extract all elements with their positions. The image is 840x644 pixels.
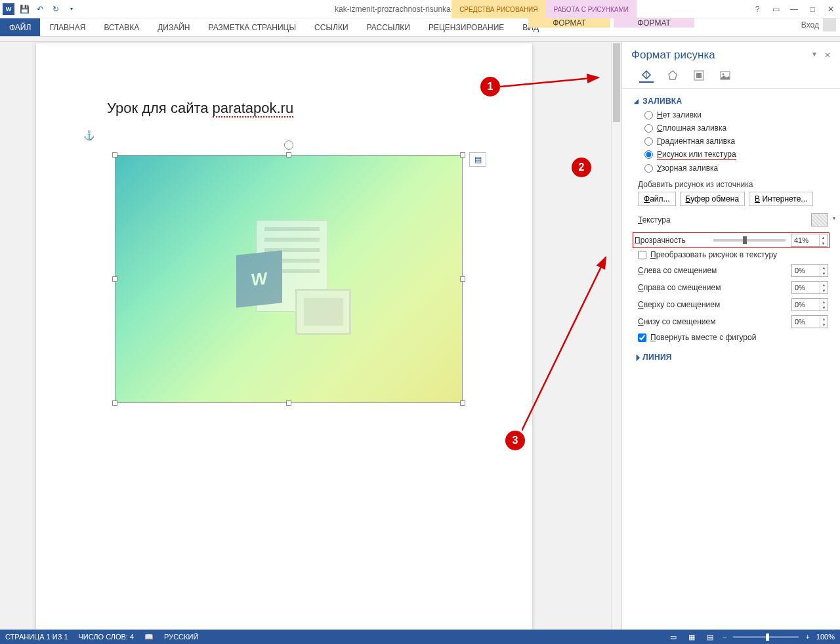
source-buttons: Файл... Буфер обмена В Интернете...	[634, 192, 828, 211]
word-app-icon[interactable]: W	[3, 3, 14, 15]
contextual-tab-drawing: СРЕДСТВА РИСОВАНИЯ	[452, 0, 545, 18]
tab-format-picture[interactable]: ФОРМАТ	[614, 18, 694, 28]
texture-label: Текстура	[638, 215, 811, 225]
offset-right-spinner[interactable]: 0%▲▼	[791, 281, 828, 294]
minimize-icon[interactable]: —	[788, 5, 801, 14]
tab-review[interactable]: РЕЦЕНЗИРОВАНИЕ	[419, 18, 513, 36]
fill-gradient-radio[interactable]: Градиентная заливка	[634, 135, 828, 148]
transparency-spinner[interactable]: 41%▲▼	[791, 234, 828, 247]
zoom-in-icon[interactable]: +	[805, 633, 809, 641]
tab-layout[interactable]: РАЗМЕТКА СТРАНИЦЫ	[200, 18, 306, 36]
page-text: Урок для сайта paratapok.ru	[107, 100, 293, 117]
resize-handle[interactable]	[460, 152, 465, 158]
effects-icon[interactable]	[665, 68, 680, 83]
tab-design[interactable]: ДИЗАЙН	[148, 18, 199, 36]
fill-section: ◢ЗАЛИВКА Нет заливки Сплошная заливка Гр…	[622, 89, 840, 350]
clipboard-button[interactable]: Буфер обмена	[680, 192, 746, 206]
ribbon-display-icon[interactable]: ▭	[769, 5, 782, 14]
offset-right-label: Справа со смещением	[638, 283, 791, 292]
offset-top-label: Сверху со смещением	[638, 300, 791, 309]
status-proofing-icon[interactable]: 📖	[144, 633, 154, 641]
watermark-graphic: W	[223, 213, 354, 345]
annotation-3-arrow	[522, 255, 614, 433]
login-area[interactable]: Вход	[801, 18, 836, 32]
fill-pattern-radio[interactable]: Узорная заливка	[634, 161, 828, 175]
undo-icon[interactable]: ↶	[34, 3, 46, 15]
redo-icon[interactable]: ↻	[50, 3, 62, 15]
tab-format-drawing[interactable]: ФОРМАТ	[528, 18, 610, 28]
tab-insert[interactable]: ВСТАВКА	[94, 18, 148, 36]
resize-handle[interactable]	[112, 276, 117, 282]
resize-handle[interactable]	[460, 276, 465, 282]
help-icon[interactable]: ?	[751, 5, 764, 14]
picture-icon[interactable]	[718, 68, 732, 83]
online-button[interactable]: В Интернете...	[749, 192, 813, 206]
ribbon-tabs: ФАЙЛ ГЛАВНАЯ ВСТАВКА ДИЗАЙН РАЗМЕТКА СТР…	[0, 18, 840, 37]
save-icon[interactable]: 💾	[18, 3, 30, 15]
resize-handle[interactable]	[286, 152, 291, 158]
zoom-slider[interactable]	[733, 636, 799, 638]
resize-handle[interactable]	[286, 400, 291, 406]
tab-file[interactable]: ФАЙЛ	[0, 18, 40, 36]
fill-none-radio[interactable]: Нет заливки	[634, 108, 828, 121]
fill-solid-radio[interactable]: Сплошная заливка	[634, 121, 828, 135]
size-properties-icon[interactable]	[692, 68, 706, 83]
page: Урок для сайта paratapok.ru ⚓ W	[36, 43, 532, 630]
tab-home[interactable]: ГЛАВНАЯ	[40, 18, 94, 36]
tab-references[interactable]: ССЫЛКИ	[305, 18, 357, 36]
selected-picture[interactable]: W ▤	[115, 155, 463, 403]
wm-picture-icon	[295, 289, 351, 335]
svg-marker-0	[669, 71, 677, 79]
resize-handle[interactable]	[460, 400, 465, 406]
status-page[interactable]: СТРАНИЦА 1 ИЗ 1	[5, 633, 68, 641]
resize-handle[interactable]	[112, 400, 117, 406]
page-text-right: paratapok.ru	[213, 100, 294, 118]
file-button[interactable]: Файл...	[638, 192, 676, 206]
pane-close-icon[interactable]: ✕	[824, 51, 831, 60]
pane-menu-icon[interactable]: ▼	[811, 51, 818, 60]
transparency-slider[interactable]	[713, 239, 786, 242]
document-title: kak-izmenit-prozrachnost-risunka-v-vorde…	[0, 5, 840, 14]
fill-section-header[interactable]: ◢ЗАЛИВКА	[634, 94, 828, 108]
fill-picture-radio[interactable]: Рисунок или текстура	[634, 148, 828, 161]
login-label: Вход	[801, 20, 819, 30]
wm-word-icon: W	[236, 250, 282, 307]
qat-dropdown-icon[interactable]: ▾	[66, 3, 77, 15]
view-web-icon[interactable]: ▤	[704, 632, 716, 642]
format-picture-pane: Формат рисунка ▼ ✕ ◢ЗАЛИВКА Нет заливки	[622, 42, 840, 630]
resize-handle[interactable]	[112, 152, 117, 158]
title-bar: W 💾 ↶ ↻ ▾ kak-izmenit-prozrachnost-risun…	[0, 0, 840, 18]
svg-line-5	[500, 77, 598, 87]
main-area: Урок для сайта paratapok.ru ⚓ W	[0, 42, 840, 630]
zoom-level[interactable]: 100%	[816, 633, 835, 641]
offset-left-row: Слева со смещением 0%▲▼	[634, 262, 828, 279]
offset-left-spinner[interactable]: 0%▲▼	[791, 264, 828, 277]
svg-point-4	[723, 74, 724, 75]
anchor-icon[interactable]: ⚓	[83, 130, 94, 140]
status-language[interactable]: РУССКИЙ	[164, 633, 198, 641]
offset-top-spinner[interactable]: 0%▲▼	[791, 298, 828, 311]
offset-bottom-row: Снизу со смещением 0%▲▼	[634, 313, 828, 330]
fill-line-icon[interactable]	[639, 68, 654, 83]
texture-dropdown[interactable]	[811, 213, 828, 226]
maximize-icon[interactable]: □	[806, 5, 819, 14]
pane-header: Формат рисунка ▼ ✕	[622, 42, 840, 66]
view-print-icon[interactable]: ▦	[686, 632, 698, 642]
pane-title: Формат рисунка	[631, 49, 715, 62]
zoom-out-icon[interactable]: −	[723, 633, 726, 641]
rotate-handle[interactable]	[284, 140, 293, 150]
status-words[interactable]: ЧИСЛО СЛОВ: 4	[79, 633, 135, 641]
close-icon[interactable]: ✕	[824, 5, 837, 14]
offset-bottom-spinner[interactable]: 0%▲▼	[791, 315, 828, 328]
contextual-tabs: СРЕДСТВА РИСОВАНИЯ РАБОТА С РИСУНКАМИ	[452, 0, 637, 18]
tile-checkbox-row[interactable]: Преобразовать рисунок в текстуру	[634, 247, 828, 262]
transparency-label: Прозрачность	[635, 236, 708, 245]
line-section-header[interactable]: ◢ЛИНИЯ	[634, 350, 828, 364]
annotation-2: 2	[572, 158, 591, 177]
layout-options-button[interactable]: ▤	[469, 152, 486, 167]
tab-mailings[interactable]: РАССЫЛКИ	[358, 18, 419, 36]
rotate-with-shape-row[interactable]: Повернуть вместе с фигурой	[634, 330, 828, 345]
window-controls: ? ▭ — □ ✕	[751, 0, 837, 18]
transparency-row: Прозрачность 41%▲▼	[633, 232, 830, 248]
view-read-icon[interactable]: ▭	[667, 632, 679, 642]
